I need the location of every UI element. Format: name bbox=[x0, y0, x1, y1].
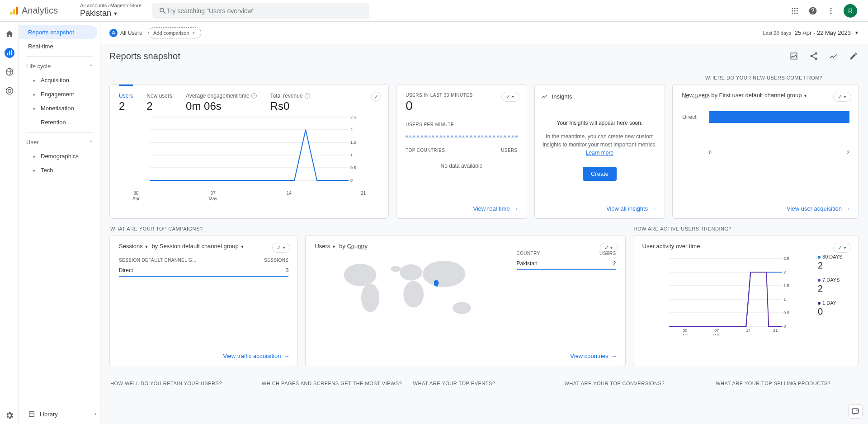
quality-badge[interactable]: ✓▼ bbox=[272, 243, 290, 253]
create-insight-button[interactable]: Create bbox=[583, 167, 617, 181]
metric-avg-engagement[interactable]: Average engagement time?0m 06s bbox=[186, 93, 257, 113]
view-insights-link[interactable]: View all insights→ bbox=[606, 205, 656, 212]
nav-rail bbox=[0, 22, 19, 424]
explore-icon[interactable] bbox=[5, 67, 14, 77]
sidebar-item-snapshot[interactable]: Reports snapshot bbox=[19, 25, 97, 39]
sidebar-item-realtime[interactable]: Real-time bbox=[19, 39, 97, 53]
chevron-up-icon: ⌃ bbox=[89, 64, 93, 69]
svg-text:21: 21 bbox=[773, 328, 778, 333]
svg-rect-63 bbox=[852, 409, 859, 414]
svg-rect-2 bbox=[16, 6, 19, 14]
svg-point-14 bbox=[830, 12, 832, 14]
view-realtime-link[interactable]: View real time→ bbox=[473, 205, 518, 212]
svg-point-44 bbox=[391, 266, 401, 272]
svg-point-13 bbox=[830, 10, 832, 11]
no-data-label: No data available bbox=[406, 163, 518, 169]
section-title-products: WHAT ARE YOUR TOP SELLING PRODUCTS? bbox=[716, 381, 859, 386]
edit-icon[interactable] bbox=[848, 51, 859, 61]
world-map bbox=[315, 250, 507, 332]
table-row[interactable]: Pakistan2 bbox=[517, 260, 616, 270]
sidebar-section-lifecycle[interactable]: Life cycle⌃ bbox=[19, 59, 100, 73]
quality-badge[interactable]: ✓▼ bbox=[501, 92, 519, 102]
svg-point-38 bbox=[344, 264, 377, 287]
section-title-trending: HOW ARE ACTIVE USERS TRENDING? bbox=[634, 226, 859, 231]
view-traffic-acquisition-link[interactable]: View traffic acquisition→ bbox=[223, 353, 289, 359]
svg-rect-21 bbox=[29, 412, 34, 417]
quality-badge[interactable]: ✓ bbox=[371, 92, 381, 102]
sidebar-item-demographics[interactable]: ▸Demographics bbox=[19, 149, 100, 163]
svg-point-4 bbox=[794, 8, 796, 9]
trending-card: ✓▼ User activity over time 2.521.510.50 bbox=[633, 235, 859, 366]
countries-card: ✓▼ Users ▼ by Country bbox=[305, 235, 625, 366]
svg-text:May: May bbox=[713, 333, 720, 335]
metric-users[interactable]: Users2 bbox=[119, 85, 133, 113]
search-input[interactable] bbox=[167, 7, 363, 14]
table-row[interactable]: Direct3 bbox=[119, 267, 288, 277]
sidebar-item-tech[interactable]: ▸Tech bbox=[19, 163, 100, 177]
logo[interactable]: Analytics bbox=[4, 5, 63, 16]
insights-head: Insights bbox=[541, 93, 659, 100]
quality-badge[interactable]: ✓▼ bbox=[600, 243, 618, 253]
main-content: A All Users Add comparison＋ Last 28 days… bbox=[100, 22, 868, 424]
help-icon[interactable] bbox=[807, 5, 818, 16]
segment-bar: A All Users Add comparison＋ Last 28 days… bbox=[100, 22, 868, 44]
svg-point-43 bbox=[453, 302, 472, 314]
sidebar-item-engagement[interactable]: ▸Engagement bbox=[19, 87, 100, 101]
feedback-button[interactable] bbox=[848, 404, 863, 419]
quality-badge[interactable]: ✓▼ bbox=[833, 92, 851, 102]
new-users-head[interactable]: New users by First user default channel … bbox=[682, 92, 849, 99]
date-range-picker[interactable]: Last 28 days 25 Apr - 22 May 2023 ▼ bbox=[763, 29, 859, 36]
countries-head[interactable]: Users ▼ by Country bbox=[315, 243, 507, 250]
svg-point-64 bbox=[857, 410, 858, 410]
segment-label[interactable]: All Users bbox=[120, 30, 142, 36]
section-title-campaigns: WHAT ARE YOUR TOP CAMPAIGNS? bbox=[110, 226, 298, 231]
svg-point-19 bbox=[6, 88, 13, 94]
admin-icon[interactable] bbox=[5, 414, 14, 424]
campaigns-head[interactable]: Sessions ▼ by Session default channel gr… bbox=[119, 243, 288, 250]
overview-card: ✓ Users2 New users2 Average engagement t… bbox=[109, 84, 389, 219]
svg-text:1.5: 1.5 bbox=[350, 140, 356, 145]
reports-icon[interactable] bbox=[5, 48, 14, 58]
help-icon[interactable]: ? bbox=[251, 93, 257, 99]
chevron-up-icon: ⌃ bbox=[89, 140, 93, 145]
learn-more-link[interactable]: Learn more bbox=[586, 150, 613, 156]
advertising-icon[interactable] bbox=[5, 86, 14, 96]
sidebar-item-library[interactable]: Library bbox=[19, 404, 100, 424]
avatar[interactable]: R bbox=[844, 4, 857, 18]
sidebar-section-user[interactable]: User⌃ bbox=[19, 135, 100, 149]
insights-icon[interactable] bbox=[828, 51, 839, 61]
help-icon[interactable]: ? bbox=[305, 93, 310, 99]
svg-text:1.5: 1.5 bbox=[783, 283, 789, 288]
account-picker[interactable]: All accounts›MagentoStore Pakistan▼ bbox=[69, 3, 149, 19]
view-user-acquisition-link[interactable]: View user acquisition→ bbox=[787, 205, 850, 212]
customize-icon[interactable] bbox=[788, 51, 799, 61]
home-icon[interactable] bbox=[5, 29, 14, 39]
svg-text:2.5: 2.5 bbox=[350, 115, 356, 119]
metric-new-users[interactable]: New users2 bbox=[146, 93, 172, 113]
svg-text:0.5: 0.5 bbox=[350, 165, 356, 170]
page-title: Reports snapshot bbox=[109, 51, 180, 61]
plus-icon: ＋ bbox=[191, 29, 196, 36]
metric-revenue[interactable]: Total revenue?Rs0 bbox=[270, 93, 310, 113]
svg-point-23 bbox=[815, 52, 817, 55]
insights-card: Insights Your Insights will appear here … bbox=[534, 84, 665, 219]
collapse-sidebar-icon[interactable]: ‹ bbox=[90, 408, 101, 419]
title-bar: Reports snapshot bbox=[100, 44, 868, 68]
quality-badge[interactable]: ✓▼ bbox=[833, 243, 851, 253]
share-icon[interactable] bbox=[808, 51, 819, 61]
svg-point-12 bbox=[830, 8, 832, 9]
svg-point-8 bbox=[797, 10, 798, 11]
section-title-conversions: WHAT ARE YOUR TOP CONVERSIONS? bbox=[564, 381, 708, 386]
sidebar-item-monetisation[interactable]: ▸Monetisation bbox=[19, 101, 100, 115]
more-icon[interactable] bbox=[826, 5, 836, 16]
sidebar-item-retention[interactable]: Retention bbox=[19, 115, 100, 129]
realtime-card: ✓▼ USERS IN LAST 30 MINUTES 0 USERS PER … bbox=[396, 84, 527, 219]
search-box[interactable] bbox=[152, 3, 369, 19]
add-comparison-button[interactable]: Add comparison＋ bbox=[148, 27, 201, 38]
apps-icon[interactable] bbox=[789, 5, 800, 16]
svg-text:2: 2 bbox=[783, 270, 786, 274]
svg-point-5 bbox=[797, 8, 798, 9]
sidebar-item-acquisition[interactable]: ▸Acquisition bbox=[19, 73, 100, 87]
view-countries-link[interactable]: View countries→ bbox=[570, 353, 617, 359]
chevron-down-icon: ▼ bbox=[854, 30, 859, 35]
